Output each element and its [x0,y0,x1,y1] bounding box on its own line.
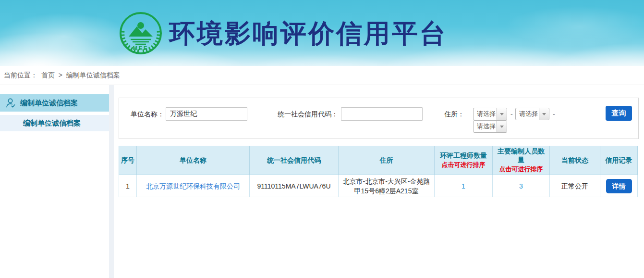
address-city-select[interactable]: 请选择 [515,108,549,120]
address-province-select[interactable]: 请选择 [473,108,507,120]
staff-count-header-label: 主要编制人员数量 [498,147,545,164]
address-label: 住所： [444,107,464,121]
address-province-select-value: 请选择 [474,108,497,120]
address-district-select[interactable]: 请选择 [473,120,507,133]
breadcrumb: 当前位置： 首页 > 编制单位诚信档案 [0,66,644,85]
col-header-credit-record: 信用记录 [600,146,638,175]
engineer-sort-hint: 点击可进行排序 [437,161,490,169]
site-header-banner: MEE 环境影响评价信用平台 [0,0,644,66]
site-title: 环境影响评价信用平台 [169,19,448,48]
col-header-credit-code: 统一社会信用代码 [250,146,339,175]
breadcrumb-current: 编制单位诚信档案 [66,71,120,79]
staff-sort-hint: 点击可进行排序 [495,165,547,174]
page: MEE 环境影响评价信用平台 当前位置： 首页 > 编制单位诚信档案 编制单位诚… [0,0,644,278]
breadcrumb-label: 当前位置： [4,71,37,79]
breadcrumb-home-link[interactable]: 首页 [41,71,55,79]
table-row: 1 北京万源世纪环保科技有限公司 91110115MA7LWUA76U 北京市-… [119,175,638,197]
search-form-panel: 单位名称： 统一社会信用代码： 住所： 请选择 - 请选择 - 请选择 查询 [119,98,639,139]
cell-credit-code: 91110115MA7LWUA76U [250,175,339,197]
sidebar-subitem-label: 编制单位诚信档案 [23,119,81,128]
company-name-label: 单位名称： [131,107,164,121]
sidebar-item-unit-credit-archive[interactable]: 编制单位诚信档案 [0,94,109,112]
cell-index: 1 [119,175,137,197]
col-header-index: 序号 [119,146,137,175]
company-name-link[interactable]: 北京万源世纪环保科技有限公司 [146,182,240,190]
mee-logo-icon: MEE [119,12,162,55]
sidebar: 编制单位诚信档案 编制单位诚信档案 [0,85,109,278]
sidebar-subitem-unit-credit-archive[interactable]: 编制单位诚信档案 [0,115,109,131]
search-button[interactable]: 查询 [606,106,632,121]
chevron-down-icon[interactable] [497,108,507,120]
col-header-staff-count-sort[interactable]: 主要编制人员数量 点击可进行排序 [493,146,550,175]
col-header-status: 当前状态 [550,146,600,175]
address-separator: - [510,108,513,120]
credit-code-input[interactable] [341,107,423,121]
main-content: 单位名称： 统一社会信用代码： 住所： 请选择 - 请选择 - 请选择 查询 [119,85,639,197]
col-header-engineer-count-sort[interactable]: 环评工程师数量 点击可进行排序 [435,146,493,175]
col-header-company: 单位名称 [137,146,250,175]
chevron-down-icon[interactable] [539,108,549,120]
results-table: 序号 单位名称 统一社会信用代码 住所 环评工程师数量 点击可进行排序 主要编制… [119,146,638,197]
breadcrumb-separator: > [59,71,62,79]
cell-status: 正常公开 [550,175,600,197]
address-city-select-value: 请选择 [516,108,539,120]
engineer-count-header-label: 环评工程师数量 [440,152,487,159]
address-district-select-value: 请选择 [474,121,497,132]
col-header-address: 住所 [339,146,435,175]
person-check-icon [5,97,16,109]
staff-count-link[interactable]: 3 [519,182,523,190]
table-header-row: 序号 单位名称 统一社会信用代码 住所 环评工程师数量 点击可进行排序 主要编制… [119,146,638,175]
address-separator: - [553,108,555,120]
engineer-count-link[interactable]: 1 [462,182,465,190]
detail-button[interactable]: 详情 [606,179,632,193]
cell-address: 北京市-北京市-大兴区-金苑路甲15号6幢2层A215室 [339,175,435,197]
mee-logo-text: MEE [133,45,149,51]
company-name-input[interactable] [166,107,247,121]
sidebar-divider [109,85,114,278]
sidebar-item-label: 编制单位诚信档案 [20,99,78,108]
credit-code-label: 统一社会信用代码： [278,107,338,121]
chevron-down-icon[interactable] [497,121,507,132]
